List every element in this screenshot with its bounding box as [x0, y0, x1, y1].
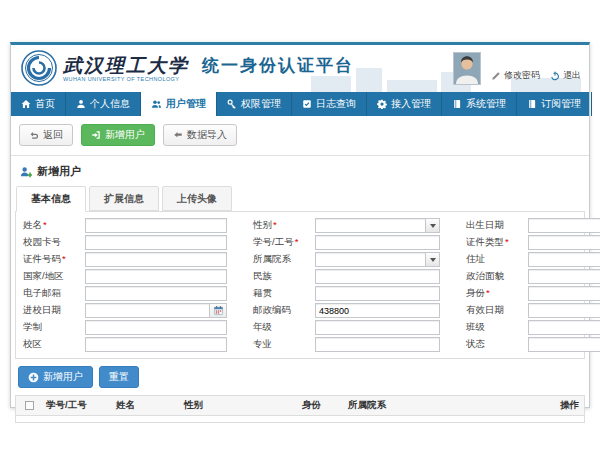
nav-tab-label: 接入管理 — [391, 97, 431, 111]
change-password-link[interactable]: 修改密码 — [491, 69, 540, 82]
field-control — [315, 252, 440, 267]
select-all-checkbox[interactable] — [25, 401, 34, 410]
field-label: 国家/地区 — [23, 270, 85, 283]
identity-input[interactable] — [528, 286, 600, 301]
nav-tab-home[interactable]: 首页 — [11, 92, 66, 116]
field-label: 性别* — [253, 219, 315, 232]
column-header: 所属院系 — [344, 399, 556, 412]
address-input[interactable] — [528, 252, 600, 267]
nav-tab-permissions[interactable]: 权限管理 — [217, 92, 292, 116]
university-name-en: WUHAN UNIVERSITY OF TECHNOLOGY — [63, 76, 189, 82]
class-input[interactable] — [528, 320, 600, 335]
field-name: 姓名* — [23, 217, 253, 234]
required-asterisk: * — [273, 219, 277, 230]
field-address: 住址 — [466, 251, 600, 268]
user-avatar[interactable] — [453, 52, 481, 85]
calendar-button[interactable] — [210, 303, 227, 318]
birth-date-input[interactable] — [528, 218, 600, 233]
field-id-number: 证件号码* — [23, 251, 253, 268]
auth-platform-window: 武汉理工大学 WUHAN UNIVERSITY OF TECHNOLOGY 统一… — [10, 42, 590, 408]
calendar-icon — [213, 305, 224, 316]
nav-tab-system[interactable]: 系统管理 — [442, 92, 517, 116]
field-label-text: 状态 — [466, 338, 485, 349]
nav-tab-logs[interactable]: 日志查询 — [292, 92, 367, 116]
nav-tab-access[interactable]: 接入管理 — [367, 92, 442, 116]
key-icon — [227, 99, 237, 109]
field-grade: 年级 — [253, 319, 466, 336]
logout-link[interactable]: 退出 — [550, 69, 581, 82]
reset-button[interactable]: 重置 — [99, 366, 139, 388]
field-political-status: 政治面貌 — [466, 268, 600, 285]
main-nav: 首页个人信息用户管理权限管理日志查询接入管理系统管理订阅管理 — [11, 92, 589, 116]
dropdown-arrow-icon[interactable] — [425, 253, 439, 266]
data-import-button[interactable]: 数据导入 — [163, 124, 237, 146]
field-major: 专业 — [253, 336, 466, 353]
id-type-input[interactable] — [528, 235, 600, 250]
gender-input[interactable] — [315, 218, 440, 233]
field-label-text: 专业 — [253, 338, 272, 349]
back-button[interactable]: 返回 — [19, 124, 73, 146]
political-status-input[interactable] — [528, 269, 600, 284]
add-user-toolbar-label: 新增用户 — [105, 128, 145, 142]
field-label: 学制 — [23, 321, 85, 334]
column-header: 学号/工号 — [42, 399, 112, 412]
field-label: 姓名* — [23, 219, 85, 232]
tab-upload-avatar[interactable]: 上传头像 — [162, 186, 232, 211]
field-label-text: 政治面貌 — [466, 270, 504, 281]
add-user-toolbar-button[interactable]: 新增用户 — [81, 124, 155, 146]
postal-code-input[interactable] — [315, 303, 440, 318]
campus-input[interactable] — [85, 337, 227, 352]
field-control — [528, 320, 600, 335]
native-place-input[interactable] — [315, 286, 440, 301]
tab-extended-info[interactable]: 扩展信息 — [89, 186, 159, 211]
email-input[interactable] — [85, 286, 227, 301]
table-empty-body — [16, 416, 584, 422]
column-header: 操作 — [556, 399, 584, 412]
ethnicity-input[interactable] — [315, 269, 440, 284]
id-number-input[interactable] — [85, 252, 227, 267]
valid-date-input[interactable] — [528, 303, 600, 318]
grade-input[interactable] — [315, 320, 440, 335]
section-header: 新增用户 — [11, 156, 589, 184]
field-label-text: 所属院系 — [253, 253, 291, 264]
dropdown-arrow-icon[interactable] — [425, 219, 439, 232]
entry-date-input[interactable] — [85, 303, 210, 318]
pencil-icon — [491, 71, 501, 81]
field-label-text: 身份 — [466, 287, 485, 298]
status-input[interactable] — [528, 337, 600, 352]
field-label: 电子邮箱 — [23, 287, 85, 300]
column-header: 身份 — [298, 399, 344, 412]
field-control — [315, 337, 440, 352]
field-control — [85, 252, 227, 267]
field-campus-card-no: 校园卡号 — [23, 234, 253, 251]
submit-add-user-button[interactable]: 新增用户 — [18, 366, 93, 388]
major-input[interactable] — [315, 337, 440, 352]
student-id-input[interactable] — [315, 235, 440, 250]
account-area: 修改密码 退出 — [453, 52, 581, 85]
field-label: 专业 — [253, 338, 315, 351]
field-label: 进校日期 — [23, 304, 85, 317]
field-label: 状态 — [466, 338, 528, 351]
nav-tab-users[interactable]: 用户管理 — [141, 92, 217, 116]
required-asterisk: * — [62, 253, 66, 264]
header: 武汉理工大学 WUHAN UNIVERSITY OF TECHNOLOGY 统一… — [11, 45, 589, 92]
field-label: 住址 — [466, 253, 528, 266]
education-length-input[interactable] — [85, 320, 227, 335]
nav-tab-label: 用户管理 — [166, 97, 206, 111]
data-import-label: 数据导入 — [187, 128, 227, 142]
tab-basic-info[interactable]: 基本信息 — [16, 186, 86, 212]
field-control — [85, 235, 227, 250]
field-label-text: 民族 — [253, 270, 272, 281]
department-input[interactable] — [315, 252, 440, 267]
field-label: 政治面貌 — [466, 270, 528, 283]
field-label: 校区 — [23, 338, 85, 351]
nav-tab-label: 首页 — [35, 97, 55, 111]
nav-tab-subscribe[interactable]: 订阅管理 — [517, 92, 592, 116]
campus-card-no-input[interactable] — [85, 235, 227, 250]
field-label-text: 国家/地区 — [23, 270, 64, 281]
toolbar: 返回 新增用户 数据导入 — [11, 116, 589, 156]
table-header-row: 学号/工号姓名性别身份所属院系操作 — [16, 396, 584, 416]
country-region-input[interactable] — [85, 269, 227, 284]
name-input[interactable] — [85, 218, 227, 233]
nav-tab-profile[interactable]: 个人信息 — [66, 92, 141, 116]
